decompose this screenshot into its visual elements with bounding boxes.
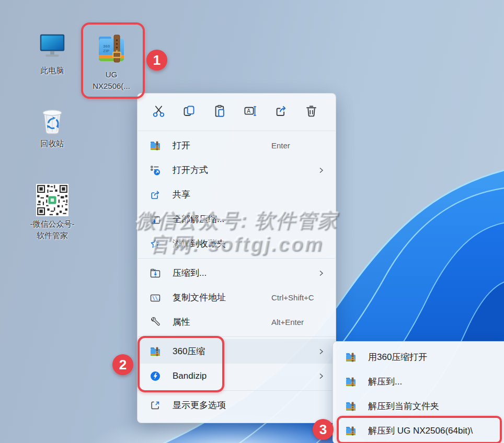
svg-text:\\..: \\.. [152, 295, 161, 300]
this-pc-icon [36, 31, 68, 63]
share-blue-icon [150, 189, 161, 201]
submenu-item-label: 解压到当前文件夹 [368, 400, 439, 412]
menu-item-360zip[interactable]: 360压缩 [138, 339, 336, 364]
menu-item-extract-all[interactable]: 全部解压缩... [138, 207, 336, 231]
cut-icon [152, 104, 166, 118]
cut-button[interactable] [148, 101, 169, 122]
chevron-right-icon [317, 372, 325, 380]
context-menu-toolbar: A [138, 94, 336, 129]
shortcut-label: Enter [271, 141, 290, 150]
submenu-item-label: 解压到... [368, 376, 402, 388]
menu-item-open-with[interactable]: 打开方式 [138, 158, 336, 182]
zip-folder-icon [150, 346, 161, 357]
show-more-options-icon [150, 400, 161, 411]
desktop-icon-label: UG NX2506(... [93, 69, 130, 92]
step-badge-1: 1 [146, 50, 167, 71]
menu-item-label: 全部解压缩... [173, 213, 224, 225]
copy-icon [182, 104, 196, 118]
paste-button[interactable] [209, 101, 230, 122]
compress-to-icon [150, 267, 161, 279]
step-badge-2: 2 [112, 354, 133, 375]
share-icon [274, 104, 288, 118]
desktop-icon-label: 回收站 [41, 138, 64, 149]
svg-text:ZIP: ZIP [103, 49, 110, 53]
shortcut-label: Ctrl+Shift+C [271, 293, 314, 302]
zip-folder-icon [345, 352, 357, 363]
submenu-item-extract-to-named-folder[interactable]: 解压到 UG NX2506(64bit)\ [333, 418, 504, 443]
menu-separator [138, 258, 335, 259]
delete-icon [304, 104, 318, 118]
chevron-right-icon [317, 269, 325, 277]
menu-separator [138, 336, 335, 337]
rename-icon: A [243, 104, 257, 118]
chevron-right-icon [317, 347, 325, 356]
extract-all-icon [150, 214, 161, 225]
submenu-item-label: 解压到 UG NX2506(64bit)\ [368, 425, 473, 437]
submenu-item-open-with-360zip[interactable]: 用360压缩打开 [333, 345, 504, 369]
menu-item-label: Bandizip [173, 371, 207, 381]
desktop-icon-qr-code[interactable]: -微信公众号- 软件管家 [27, 184, 77, 241]
menu-item-copy-path[interactable]: \\.. 复制文件地址 Ctrl+Shift+C [138, 285, 336, 310]
menu-item-label: 显示更多选项 [173, 399, 226, 411]
zip-submenu: 用360压缩打开 解压到... [333, 341, 504, 443]
desktop-icon-label: -微信公众号- 软件管家 [30, 218, 75, 241]
rename-button[interactable]: A [240, 101, 261, 122]
menu-item-label: 打开方式 [173, 164, 208, 176]
qr-code-icon [36, 184, 68, 216]
menu-item-label: 压缩到... [173, 267, 207, 279]
zip-archive-icon: 360 ZIP [95, 33, 128, 67]
menu-separator [138, 131, 335, 131]
star-icon [150, 238, 161, 250]
zip-folder-icon [345, 401, 357, 412]
menu-item-label: 属性 [173, 316, 190, 328]
desktop-icon-label: 此电脑 [41, 65, 64, 76]
chevron-right-icon [317, 166, 325, 174]
menu-item-label: 共享 [173, 189, 190, 201]
desktop-icon-recycle-bin[interactable]: 回收站 [27, 103, 77, 149]
wrench-icon [150, 317, 161, 328]
menu-item-label: 打开 [173, 139, 190, 151]
menu-item-bandizip[interactable]: Bandizip [138, 364, 336, 388]
zip-folder-icon [345, 425, 357, 437]
bandizip-icon [150, 370, 161, 382]
menu-item-share[interactable]: 共享 [138, 182, 336, 207]
submenu-item-extract-to-current-folder[interactable]: 解压到当前文件夹 [333, 394, 504, 418]
shortcut-label: Alt+Enter [271, 318, 304, 327]
recycle-bin-icon [37, 103, 68, 136]
desktop-icon-this-pc[interactable]: 此电脑 [27, 31, 77, 76]
desktop-icon-archive[interactable]: 360 ZIP UG NX2506(... [86, 33, 136, 92]
menu-item-label: 复制文件地址 [173, 292, 226, 304]
paste-icon [213, 104, 227, 118]
menu-item-show-more-options[interactable]: 显示更多选项 [138, 393, 336, 417]
submenu-item-extract-to[interactable]: 解压到... [333, 369, 504, 394]
delete-button[interactable] [301, 101, 322, 122]
context-menu: A [137, 93, 336, 423]
menu-item-properties[interactable]: 属性 Alt+Enter [138, 310, 336, 334]
submenu-item-label: 用360压缩打开 [368, 351, 427, 363]
open-with-icon [150, 165, 161, 176]
menu-item-open[interactable]: 打开 Enter [138, 133, 336, 158]
copy-button[interactable] [179, 101, 200, 122]
copy-path-icon: \\.. [150, 292, 161, 304]
zip-folder-icon [345, 376, 357, 388]
menu-item-label: 添加到收藏夹 [173, 238, 226, 250]
menu-item-add-to-favorites[interactable]: 添加到收藏夹 [138, 231, 336, 256]
svg-text:A: A [247, 108, 251, 114]
svg-text:360: 360 [103, 44, 110, 49]
zip-folder-icon [150, 140, 161, 151]
menu-item-compress-to[interactable]: 压缩到... [138, 261, 336, 285]
share-button[interactable] [270, 101, 291, 122]
menu-item-label: 360压缩 [173, 345, 205, 357]
menu-separator [138, 390, 335, 391]
